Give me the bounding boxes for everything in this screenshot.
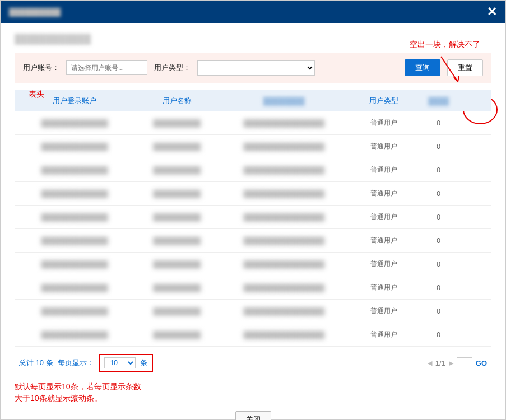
cell-col2: █████████████████ [243,190,324,198]
cell-col2: █████████████████ [243,331,324,339]
cell-col2: █████████████████ [243,260,324,268]
cell-user-name: ██████████ [153,166,201,174]
modal-footer: 关闭 [15,404,491,420]
cell-login-account: ██████████████ [41,166,108,174]
cell-user-type: 普通用户 [348,323,419,347]
cell-col5 [458,206,491,229]
table-wrapper: 用户登录账户 用户名称 ████████ 用户类型 ████ █████████… [15,90,491,347]
cell-user-name: ██████████ [153,237,201,245]
modal-header: ██████████ ✕ [1,1,505,23]
close-icon[interactable]: ✕ [487,6,497,18]
cell-user-type: 普通用户 [348,158,419,182]
cell-col4: 0 [420,253,458,276]
cell-login-account: ██████████████ [41,119,108,127]
cell-login-account: ██████████████ [41,260,108,268]
cell-col5 [458,182,491,206]
table-row[interactable]: ████████████████████████████████████████… [15,206,491,229]
prev-page-icon[interactable]: ◀ [428,360,432,367]
total-count: 总计 10 条 [19,358,53,368]
header-row: 用户登录账户 用户名称 ████████ 用户类型 ████ [15,90,491,111]
table-container: 表头 用户登录账户 用户名称 ████████ 用户类型 ████ [15,90,491,404]
cell-user-name: ██████████ [153,143,201,151]
cell-user-name: ██████████ [153,213,201,221]
cell-user-type: 普通用户 [348,206,419,229]
cell-user-name: ██████████ [153,119,201,127]
cell-col2: █████████████████ [243,143,324,151]
cell-user-name: ██████████ [153,331,201,339]
cell-login-account: ██████████████ [41,284,108,292]
table-row[interactable]: ████████████████████████████████████████… [15,111,491,135]
annotation-bottom-line2: 大于10条就显示滚动条。 [15,393,491,404]
cell-col2: █████████████████ [243,307,324,315]
cell-user-type: 普通用户 [348,135,419,158]
cell-login-account: ██████████████ [41,237,108,245]
cell-col5 [458,276,491,300]
modal-body: 空出一块，解决不了 ████████████ 用户账号： 用户类型： 查询 重置… [1,23,505,420]
per-page-select[interactable]: 10 [104,357,136,368]
page-navigation: ◀ 1/1 ▶ GO [428,357,487,368]
data-table-body: ████████████████████████████████████████… [15,111,491,347]
th-col5 [458,90,491,111]
account-input[interactable] [66,60,147,75]
th-col2: ████████ [220,90,348,111]
subtitle: ████████████ [15,34,491,44]
cell-col4: 0 [420,229,458,253]
cell-user-type: 普通用户 [348,300,419,323]
table-row[interactable]: ████████████████████████████████████████… [15,135,491,158]
user-type-select[interactable] [197,60,315,76]
close-button[interactable]: 关闭 [235,411,271,420]
cell-user-name: ██████████ [153,260,201,268]
cell-col5 [458,158,491,182]
page-jump-input[interactable] [457,357,472,368]
cell-col4: 0 [420,158,458,182]
cell-col5 [458,229,491,253]
cell-user-name: ██████████ [153,284,201,292]
cell-col4: 0 [420,276,458,300]
cell-user-type: 普通用户 [348,276,419,300]
table-row[interactable]: ████████████████████████████████████████… [15,182,491,206]
cell-login-account: ██████████████ [41,213,108,221]
table-row[interactable]: ████████████████████████████████████████… [15,229,491,253]
table-row[interactable]: ████████████████████████████████████████… [15,300,491,323]
table-row[interactable]: ████████████████████████████████████████… [15,276,491,300]
type-label: 用户类型： [154,63,191,73]
query-button[interactable]: 查询 [405,59,440,76]
table-row[interactable]: ████████████████████████████████████████… [15,158,491,182]
cell-col5 [458,135,491,158]
go-button[interactable]: GO [476,359,487,367]
th-user-name: 用户名称 [134,90,220,111]
cell-col4: 0 [420,182,458,206]
annotation-bottom: 默认每页显示10条，若每页显示条数 大于10条就显示滚动条。 [15,381,491,404]
table-row[interactable]: ████████████████████████████████████████… [15,323,491,347]
cell-login-account: ██████████████ [41,190,108,198]
annotation-bottom-line1: 默认每页显示10条，若每页显示条数 [15,381,491,393]
cell-col2: █████████████████ [243,166,324,174]
th-col4: ████ [420,90,458,111]
cell-user-type: 普通用户 [348,253,419,276]
page-indicator: 1/1 [435,359,445,367]
cell-col2: █████████████████ [243,237,324,245]
cell-col5 [458,323,491,347]
cell-user-name: ██████████ [153,307,201,315]
cell-col4: 0 [420,323,458,347]
cell-col2: █████████████████ [243,213,324,221]
table-row[interactable]: ████████████████████████████████████████… [15,253,491,276]
account-label: 用户账号： [23,63,59,73]
per-page-suffix: 条 [140,358,147,368]
cell-col2: █████████████████ [243,119,324,127]
cell-login-account: ██████████████ [41,143,108,151]
next-page-icon[interactable]: ▶ [449,360,453,367]
cell-user-name: ██████████ [153,190,201,198]
cell-col5 [458,111,491,135]
annotation-table-head: 表头 [29,90,44,100]
cell-col4: 0 [420,206,458,229]
cell-col4: 0 [420,135,458,158]
cell-user-type: 普通用户 [348,229,419,253]
th-user-type: 用户类型 [348,90,419,111]
data-table-header: 用户登录账户 用户名称 ████████ 用户类型 ████ [15,90,491,111]
reset-button[interactable]: 重置 [447,59,483,76]
table-body-scroll[interactable]: ████████████████████████████████████████… [15,111,491,347]
cell-col5 [458,300,491,323]
per-page-label: 每页显示： [58,358,94,368]
cell-login-account: ██████████████ [41,307,108,315]
